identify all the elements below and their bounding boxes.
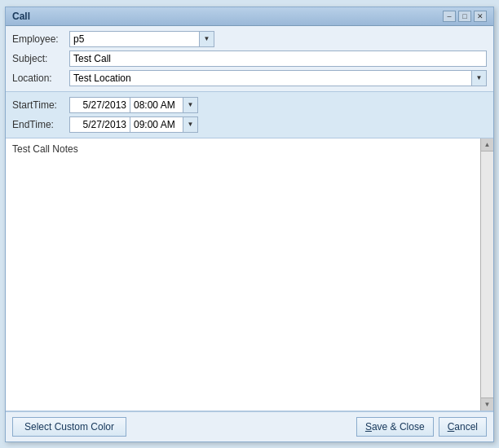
cancel-label: Cancel	[448, 421, 478, 433]
save-close-label: Save & Close	[365, 421, 425, 433]
call-dialog: Call – □ ✕ Employee: ▼ Subject: Location…	[5, 7, 494, 442]
title-bar-left: Call	[12, 11, 30, 22]
title-bar-controls: – □ ✕	[443, 11, 487, 22]
start-time-dropdown-btn[interactable]: ▼	[183, 97, 198, 113]
save-close-button[interactable]: Save & Close	[356, 417, 434, 437]
scrollbar-up-btn[interactable]: ▲	[481, 138, 493, 152]
scrollbar: ▲ ▼	[480, 138, 493, 411]
employee-dropdown-btn[interactable]: ▼	[200, 31, 214, 47]
employee-field[interactable]	[69, 31, 200, 47]
start-time-input-group: ▼	[69, 97, 198, 113]
footer-left: Select Custom Color	[12, 417, 126, 437]
notes-field[interactable]: Test Call Notes	[6, 138, 493, 411]
end-time-row: EndTime: ▼	[12, 116, 487, 133]
location-row: Location: ▼	[12, 70, 487, 86]
minimize-button[interactable]: –	[443, 11, 456, 22]
end-time-dropdown-btn[interactable]: ▼	[183, 116, 198, 133]
start-date-field[interactable]	[69, 97, 130, 113]
maximize-button[interactable]: □	[458, 11, 471, 22]
close-button[interactable]: ✕	[474, 11, 487, 22]
dialog-title: Call	[12, 11, 30, 22]
location-label: Location:	[12, 72, 69, 84]
title-bar: Call – □ ✕	[6, 7, 493, 26]
cancel-button[interactable]: Cancel	[439, 417, 487, 437]
form-area: Employee: ▼ Subject: Location: ▼	[6, 26, 493, 92]
start-time-label: StartTime:	[12, 99, 69, 111]
location-field[interactable]	[69, 70, 472, 86]
end-time-field[interactable]	[130, 116, 183, 133]
notes-area: Test Call Notes ▲ ▼	[6, 138, 493, 411]
end-time-label: EndTime:	[12, 119, 69, 130]
scrollbar-down-btn[interactable]: ▼	[481, 397, 493, 411]
subject-field[interactable]	[69, 51, 487, 67]
time-section: StartTime: ▼ EndTime: ▼	[6, 92, 493, 138]
employee-row: Employee: ▼	[12, 31, 487, 47]
end-time-input-group: ▼	[69, 116, 198, 133]
subject-row: Subject:	[12, 51, 487, 67]
end-date-field[interactable]	[69, 116, 130, 133]
location-input-group: ▼	[69, 70, 487, 86]
subject-label: Subject:	[12, 53, 69, 64]
select-custom-color-button[interactable]: Select Custom Color	[12, 417, 126, 437]
footer-right: Save & Close Cancel	[356, 417, 487, 437]
start-time-field[interactable]	[130, 97, 183, 113]
employee-label: Employee:	[12, 33, 69, 45]
location-dropdown-btn[interactable]: ▼	[472, 70, 487, 86]
footer: Select Custom Color Save & Close Cancel	[6, 411, 493, 441]
employee-input-group: ▼	[69, 31, 214, 47]
start-time-row: StartTime: ▼	[12, 97, 487, 113]
